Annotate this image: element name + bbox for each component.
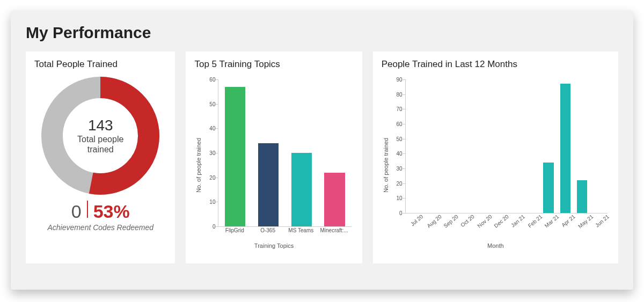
card3-title: People Trained in Last 12 Months bbox=[382, 59, 610, 70]
x-tick-label: FlipGrid bbox=[225, 227, 244, 233]
x-tick-label: Jun 21 bbox=[594, 213, 610, 229]
bar bbox=[225, 87, 245, 226]
y-tick-label: 90 bbox=[397, 77, 406, 83]
y-tick-label: 40 bbox=[209, 126, 218, 131]
card-last-12-months: People Trained in Last 12 Months No. of … bbox=[373, 51, 618, 263]
chart2-plot: 0102030405060 bbox=[218, 79, 351, 227]
cards-row: Total People Trained 143 Total people tr… bbox=[26, 51, 618, 263]
y-tick-label: 50 bbox=[209, 101, 218, 107]
y-tick-label: 30 bbox=[209, 150, 218, 156]
chart2-xlabel: Training Topics bbox=[194, 242, 353, 249]
card1-title: Total People Trained bbox=[34, 59, 166, 70]
card-total-people-trained: Total People Trained 143 Total people tr… bbox=[26, 51, 175, 263]
y-tick-label: 10 bbox=[209, 199, 218, 205]
bar bbox=[324, 173, 345, 226]
chart3-xlabel: Month bbox=[382, 242, 610, 249]
y-tick-label: 10 bbox=[397, 195, 406, 201]
chart2-area: No. of people trained 0102030405060 Flip… bbox=[194, 74, 353, 256]
y-tick-label: 80 bbox=[397, 91, 406, 97]
x-tick-label: Aug 20 bbox=[426, 213, 442, 229]
dashboard-panel: My Performance Total People Trained 143 … bbox=[11, 11, 633, 290]
x-tick-label: Feb 21 bbox=[526, 213, 543, 229]
x-tick-label: MS Teams bbox=[288, 227, 313, 233]
y-tick-label: 40 bbox=[397, 151, 406, 157]
metric-percent: 53% bbox=[93, 201, 130, 222]
y-tick-label: 30 bbox=[397, 166, 406, 172]
chart3-ylabel: No. of people trained bbox=[383, 138, 389, 193]
x-tick-label: Nov 20 bbox=[476, 213, 493, 229]
bar bbox=[543, 163, 553, 213]
page-title: My Performance bbox=[26, 24, 618, 42]
chart2-xticks: FlipGridO-365MS TeamsMinecraft:... bbox=[218, 227, 351, 236]
metrics-row: 0 53% bbox=[34, 201, 166, 222]
x-tick-label: May 21 bbox=[577, 213, 594, 230]
metric-divider bbox=[87, 201, 88, 218]
metric-codes-redeemed: 0 bbox=[71, 201, 82, 222]
y-tick-label: 20 bbox=[397, 180, 406, 186]
bar bbox=[560, 84, 570, 213]
y-tick-label: 70 bbox=[397, 106, 406, 112]
chart2-ylabel: No. of people trained bbox=[195, 138, 202, 193]
donut-center-value: 143 bbox=[70, 117, 131, 134]
bar bbox=[577, 180, 587, 213]
x-tick-label: O-365 bbox=[260, 227, 275, 233]
x-tick-label: Oct 20 bbox=[459, 213, 475, 228]
x-tick-label: Apr 21 bbox=[560, 213, 576, 228]
x-tick-label: Dec 20 bbox=[493, 213, 510, 229]
x-tick-label: Minecraft:... bbox=[320, 227, 348, 233]
donut-center-label: Total people trained bbox=[70, 134, 131, 154]
x-tick-label: Jan 21 bbox=[510, 213, 526, 229]
card2-title: Top 5 Training Topics bbox=[194, 59, 353, 70]
chart3-xticks: Jul 20Aug 20Sep 20Oct 20Nov 20Dec 20Jan … bbox=[405, 213, 608, 224]
y-tick-label: 60 bbox=[209, 77, 218, 83]
x-tick-label: Sep 20 bbox=[443, 213, 459, 229]
metric-subtext: Achievement Codes Redeemed bbox=[34, 223, 166, 232]
x-tick-label: Jul 20 bbox=[409, 213, 425, 227]
bar bbox=[258, 143, 279, 226]
card-top-topics: Top 5 Training Topics No. of people trai… bbox=[186, 51, 362, 263]
donut-center: 143 Total people trained bbox=[70, 117, 131, 154]
y-tick-label: 50 bbox=[397, 136, 406, 142]
chart3-plot: 0102030405060708090 bbox=[405, 79, 608, 213]
chart3-area: No. of people trained 010203040506070809… bbox=[382, 74, 610, 256]
x-tick-label: Mar 21 bbox=[544, 213, 560, 229]
y-tick-label: 60 bbox=[397, 121, 406, 127]
bar bbox=[291, 153, 312, 226]
donut-chart: 143 Total people trained bbox=[39, 74, 162, 197]
y-tick-label: 20 bbox=[209, 174, 218, 180]
